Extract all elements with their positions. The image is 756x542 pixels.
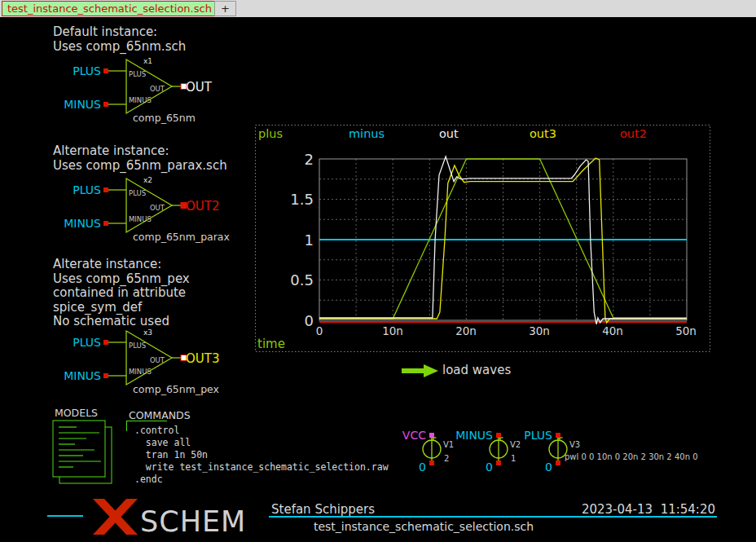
pin-name-plus: PLUS (129, 342, 146, 350)
comparator-shape (108, 178, 181, 232)
titleblock-author: Stefan Schippers (271, 502, 375, 517)
pin-top-square[interactable] (496, 433, 501, 438)
pin-bottom-square[interactable] (429, 460, 434, 465)
note-line: Uses comp_65nm.sch (53, 40, 186, 55)
xtick-10n: 10n (368, 324, 417, 337)
note-pex-instance: Alterate instance: Uses comp_65nm_pex co… (53, 258, 190, 329)
pin-name-minus: MINUS (129, 215, 152, 223)
pin-name-minus: MINUS (129, 368, 152, 376)
source-name: V3 (569, 440, 580, 449)
xschem-logo-text: SCHEM (140, 505, 246, 538)
cell-name: comp_65nm_parax (133, 231, 230, 243)
note-default-instance: Default instance: Uses comp_65nm.sch (53, 25, 186, 54)
legend-plus[interactable]: plus (258, 127, 283, 140)
gnd-label[interactable]: 0 (545, 460, 552, 474)
schematic-canvas[interactable]: Default instance: Uses comp_65nm.sch Alt… (0, 17, 756, 542)
pin-minus-square[interactable] (103, 221, 108, 226)
ytick-2: 2 (265, 151, 314, 168)
ytick-1: 1 (265, 231, 314, 249)
tab-active[interactable]: test_instance_schematic_selection.sch (2, 1, 218, 16)
net-label-out[interactable]: OUT2 (186, 199, 220, 214)
instance-name: x1 (143, 57, 152, 65)
ytick-0.5: 0.5 (265, 271, 314, 289)
models-icon[interactable] (47, 416, 116, 487)
net-label[interactable]: MINUS (455, 429, 493, 442)
legend-out2[interactable]: out2 (620, 127, 647, 140)
legend-out[interactable]: out (439, 127, 459, 140)
command-line: write test_instance_schematic_selection.… (134, 461, 389, 474)
instance-name: x2 (143, 176, 152, 184)
command-line: .control (134, 425, 389, 437)
pin-minus-square[interactable] (103, 373, 108, 378)
comparator-symbol-x1[interactable]: PLUS MINUS OUT PLUS OUT MINUS x1 comp_65… (57, 54, 244, 127)
load-waves-label[interactable]: load waves (442, 363, 511, 377)
pin-name-minus: MINUS (129, 96, 152, 104)
legend-minus[interactable]: minus (349, 127, 385, 140)
titleblock-left-line (47, 515, 83, 517)
comparator-shape (108, 331, 181, 385)
legend-out3[interactable]: out3 (530, 127, 556, 140)
xaxis-label: time (257, 337, 285, 351)
cell-name: comp_65nm (133, 112, 196, 124)
tab-bar: test_instance_schematic_selection.sch + (0, 0, 756, 17)
net-label-minus[interactable]: MINUS (64, 369, 101, 382)
titleblock-underline (269, 516, 717, 518)
vsource-v3[interactable]: PLUS V3 pwl 0 0 10n 0 20n 2 30n 2 40n 0 … (505, 428, 709, 477)
net-label-plus[interactable]: PLUS (73, 183, 101, 196)
command-line: save all (134, 437, 389, 449)
pin-bottom-square[interactable] (556, 460, 560, 465)
pin-top-square[interactable] (429, 433, 434, 438)
gnd-label[interactable]: 0 (419, 460, 426, 474)
comparator-shape (108, 59, 181, 113)
tab-new-button[interactable]: + (214, 1, 236, 16)
cell-name: comp_65nm_pex (133, 383, 219, 395)
net-label-plus[interactable]: PLUS (73, 64, 101, 77)
pin-plus-square[interactable] (103, 340, 108, 345)
xschem-logo-x (91, 497, 143, 538)
pin-plus-square[interactable] (103, 187, 108, 192)
comparator-symbol-x2[interactable]: PLUS MINUS OUT2 PLUS OUT MINUS x2 comp_6… (57, 173, 244, 246)
net-label-out[interactable]: OUT (186, 80, 213, 95)
gnd-label[interactable]: 0 (486, 460, 493, 474)
commands-title: COMMANDS (129, 409, 191, 421)
xtick-20n: 20n (442, 324, 490, 337)
xtick-50n: 50n (662, 324, 710, 337)
xtick-40n: 40n (588, 324, 637, 337)
note-line: Alterate instance: (53, 258, 190, 272)
source-value: pwl 0 0 10n 0 20n 2 30n 2 40n 0 (565, 452, 698, 461)
graph-curves (319, 156, 687, 324)
pin-plus-square[interactable] (103, 68, 108, 73)
command-line: tran 1n 50n (134, 449, 389, 461)
pin-top-square[interactable] (556, 433, 560, 438)
pin-name-out: OUT (150, 85, 165, 93)
net-label[interactable]: VCC (402, 429, 426, 442)
models-front-page (53, 421, 105, 477)
arrow-shape (402, 364, 438, 377)
pin-name-out: OUT (150, 356, 165, 364)
net-label-plus[interactable]: PLUS (73, 336, 101, 349)
pin-name-plus: PLUS (129, 70, 146, 78)
pin-minus-square[interactable] (103, 102, 108, 107)
instance-name: x3 (143, 328, 152, 337)
comparator-symbol-x3[interactable]: PLUS MINUS OUT3 PLUS OUT MINUS x3 comp_6… (57, 325, 244, 399)
xtick-0: 0 (295, 324, 344, 337)
commands-text[interactable]: .control save all tran 1n 50n write test… (134, 425, 389, 486)
waveform-graph[interactable] (255, 125, 711, 353)
net-label-minus[interactable]: MINUS (64, 217, 101, 230)
pin-bottom-square[interactable] (496, 460, 501, 465)
command-line: .endc (134, 474, 389, 486)
note-alternate-instance: Alternate instance: Uses comp_65nm_parax… (53, 144, 227, 173)
pin-name-plus: PLUS (129, 189, 146, 197)
titleblock-filename: test_instance_schematic_selection.sch (301, 520, 546, 533)
xtick-30n: 30n (515, 324, 564, 337)
note-line: Uses comp_65nm_parax.sch (53, 159, 227, 174)
load-waves-arrow-icon[interactable] (399, 361, 445, 381)
net-label[interactable]: PLUS (524, 429, 552, 442)
note-line: contained in attribute (53, 286, 190, 301)
note-line: Default instance: (53, 25, 186, 40)
pin-name-out: OUT (150, 204, 165, 212)
net-label-minus[interactable]: MINUS (64, 98, 101, 111)
note-line: Alternate instance: (53, 144, 227, 159)
net-label-out[interactable]: OUT3 (186, 351, 220, 366)
note-line: spice_sym_def (53, 301, 190, 315)
